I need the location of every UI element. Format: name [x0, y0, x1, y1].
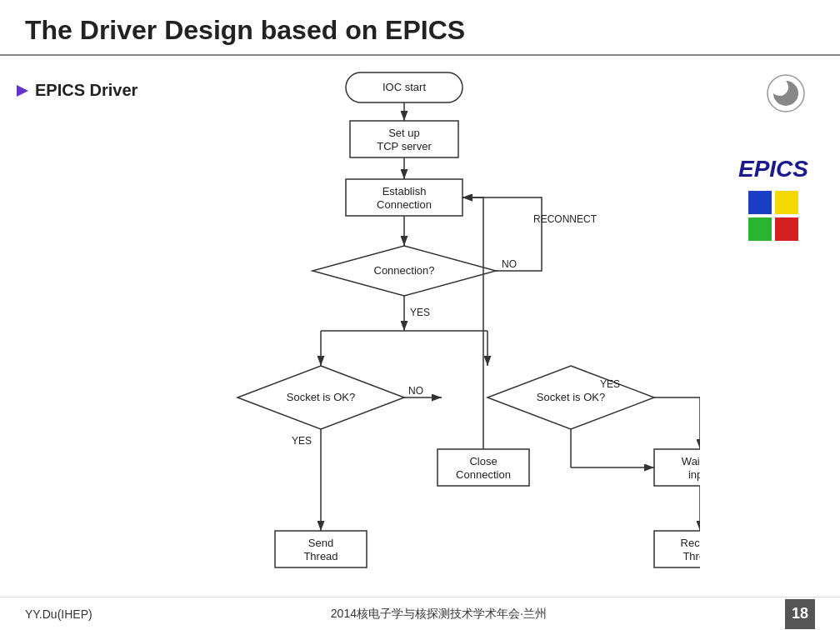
epics-driver-label: EPICS Driver: [35, 81, 138, 100]
main-content: EPICS Driver IOC start Set up TCP server: [0, 56, 840, 586]
connection-label: Connection: [377, 198, 432, 211]
no1-label: NO: [502, 258, 517, 270]
tcp-server-label: TCP server: [377, 140, 432, 152]
svg-point-25: [768, 75, 804, 112]
connection-q-label: Connection?: [374, 264, 435, 277]
epics-square-green: [748, 218, 772, 241]
yes-right-label: YES: [600, 378, 620, 390]
close-conn-label: Close: [469, 455, 497, 468]
epics-row-2: [748, 218, 798, 241]
right-panel: EPICS: [707, 56, 840, 586]
epics-square-yellow: [775, 191, 798, 214]
header: The Driver Design based on EPICS: [0, 0, 840, 56]
yes1-label: YES: [410, 307, 430, 318]
yes-left-label: YES: [292, 435, 312, 447]
center-panel: IOC start Set up TCP server Establish Co…: [167, 56, 707, 586]
left-panel: EPICS Driver: [0, 56, 167, 586]
send-thread-label: Send: [308, 537, 333, 549]
wait-input-label2: input: [688, 468, 700, 481]
wait-input-label: Wait for: [682, 455, 700, 468]
epics-logo-squares: [748, 191, 798, 241]
epics-square-blue: [748, 191, 772, 214]
footer: YY.Du(IHEP) 2014核电子学与核探测技术学术年会·兰州 18: [0, 597, 840, 630]
receive-thread-label: Receive: [681, 537, 700, 549]
send-thread-label2: Thread: [303, 550, 338, 562]
epics-brand-label: EPICS: [738, 156, 808, 182]
epics-square-red: [775, 218, 798, 241]
ioc-start-label: IOC start: [382, 81, 426, 93]
bullet-icon: [17, 85, 28, 97]
socket-right-label: Socket is OK?: [537, 391, 605, 403]
close-conn-label2: Connection: [456, 468, 511, 481]
receive-thread-label2: Thread: [682, 550, 700, 562]
footer-author: YY.Du(IHEP): [25, 608, 92, 621]
page-title: The Driver Design based on EPICS: [25, 15, 815, 46]
no2-label: NO: [408, 385, 423, 397]
epics-driver-item: EPICS Driver: [17, 81, 150, 100]
socket-left-label: Socket is OK?: [287, 391, 355, 403]
reconnect-label: RECONNECT: [533, 213, 598, 225]
footer-conference: 2014核电子学与核探测技术学术年会·兰州: [331, 607, 547, 622]
establish-label: Establish: [382, 185, 427, 198]
setup-label: Set up: [388, 127, 420, 139]
flowchart-svg: IOC start Set up TCP server Establish Co…: [183, 64, 700, 606]
epics-row-1: [748, 191, 798, 214]
epics-logo-graphic: [736, 72, 811, 139]
page-number: 18: [785, 599, 815, 629]
